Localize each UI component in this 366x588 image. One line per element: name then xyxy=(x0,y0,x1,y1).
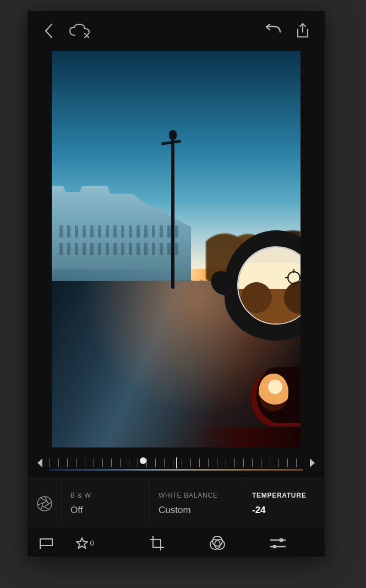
param-bw-value: Off xyxy=(70,505,140,516)
ruler-prev-button[interactable] xyxy=(33,456,46,470)
svg-rect-12 xyxy=(280,538,283,542)
flag-icon xyxy=(39,537,54,549)
params-strip: B & W Off WHITE BALANCE Custom TEMPERATU… xyxy=(28,478,325,527)
crop-button[interactable] xyxy=(146,532,168,554)
param-temp-value: -24 xyxy=(252,505,316,516)
star-icon xyxy=(75,537,89,550)
bottom-toolbar: 0 xyxy=(28,527,325,559)
cloud-delete-button[interactable] xyxy=(67,19,91,43)
photo-trees xyxy=(206,217,301,289)
param-white-balance[interactable]: WHITE BALANCE Custom xyxy=(150,479,243,527)
flag-button[interactable] xyxy=(35,532,57,554)
triangle-left-icon xyxy=(36,457,43,468)
cloud-x-icon xyxy=(68,23,90,39)
adjust-button[interactable] xyxy=(267,532,289,554)
svg-point-11 xyxy=(212,536,222,546)
crop-icon xyxy=(149,536,165,551)
photo-windows xyxy=(59,225,179,265)
value-ruler-row xyxy=(28,447,325,478)
param-temp-label: TEMPERATURE xyxy=(252,492,316,499)
overlap-circles-icon xyxy=(209,536,226,551)
triangle-right-icon xyxy=(309,457,316,468)
param-temperature[interactable]: TEMPERATURE -24 xyxy=(243,479,325,527)
lens-profile-button[interactable] xyxy=(28,479,62,527)
undo-icon xyxy=(264,24,282,37)
sliders-icon xyxy=(270,537,286,549)
share-button[interactable] xyxy=(291,19,315,43)
photo-editor-app: B & W Off WHITE BALANCE Custom TEMPERATU… xyxy=(28,11,325,557)
presets-button[interactable] xyxy=(206,532,228,554)
param-wb-label: WHITE BALANCE xyxy=(159,492,234,499)
photo-lamppost xyxy=(171,138,174,289)
svg-rect-13 xyxy=(273,545,276,548)
ruler-colorbar xyxy=(50,469,303,471)
ruler-next-button[interactable] xyxy=(306,456,319,470)
photo-car-body xyxy=(201,428,301,447)
back-button[interactable] xyxy=(37,19,62,43)
param-bw[interactable]: B & W Off xyxy=(62,479,150,527)
photo-mirror xyxy=(251,367,301,427)
rating-count: 0 xyxy=(90,539,94,547)
undo-button[interactable] xyxy=(261,19,285,43)
ruler-ticks xyxy=(50,458,303,467)
aperture-icon xyxy=(36,495,53,512)
chevron-left-icon xyxy=(43,23,56,39)
share-icon xyxy=(296,23,310,39)
param-bw-label: B & W xyxy=(70,492,140,499)
top-toolbar xyxy=(28,11,325,51)
value-ruler[interactable] xyxy=(50,453,303,473)
rating-button[interactable]: 0 xyxy=(74,532,96,554)
photo-canvas[interactable] xyxy=(52,51,301,447)
ruler-handle[interactable] xyxy=(140,457,146,464)
param-wb-value: Custom xyxy=(159,505,234,516)
